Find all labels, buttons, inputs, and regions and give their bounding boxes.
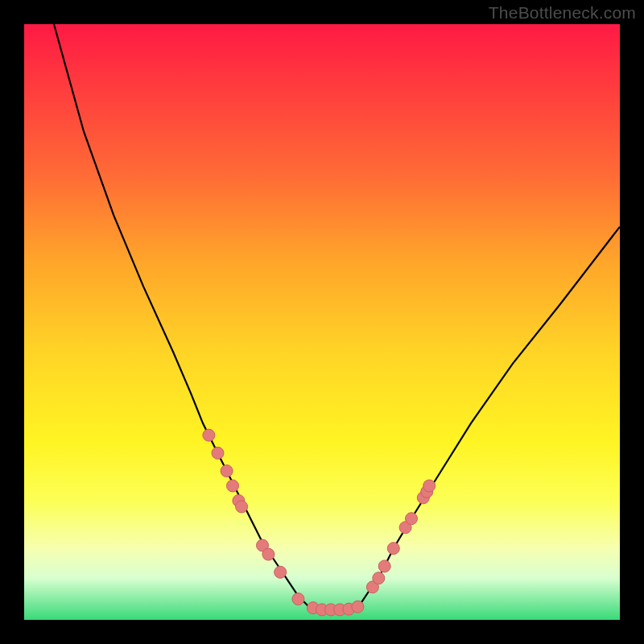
data-marker <box>352 601 364 613</box>
marker-layer <box>203 429 436 616</box>
data-marker <box>212 447 224 459</box>
data-marker <box>378 560 390 572</box>
data-marker <box>227 480 239 492</box>
data-marker <box>406 513 418 525</box>
curve-layer <box>54 24 620 611</box>
chart-frame: TheBottleneck.com <box>0 0 644 644</box>
data-marker <box>236 501 248 513</box>
plot-area <box>24 24 620 620</box>
data-marker <box>373 572 385 584</box>
data-marker <box>221 465 233 477</box>
data-marker <box>275 566 287 578</box>
bottleneck-curve <box>54 24 620 611</box>
data-marker <box>387 543 399 555</box>
data-marker <box>203 429 215 441</box>
data-marker <box>423 480 436 492</box>
data-marker <box>292 593 304 605</box>
watermark-text: TheBottleneck.com <box>489 3 636 23</box>
data-marker <box>262 548 275 560</box>
chart-svg <box>24 24 620 620</box>
